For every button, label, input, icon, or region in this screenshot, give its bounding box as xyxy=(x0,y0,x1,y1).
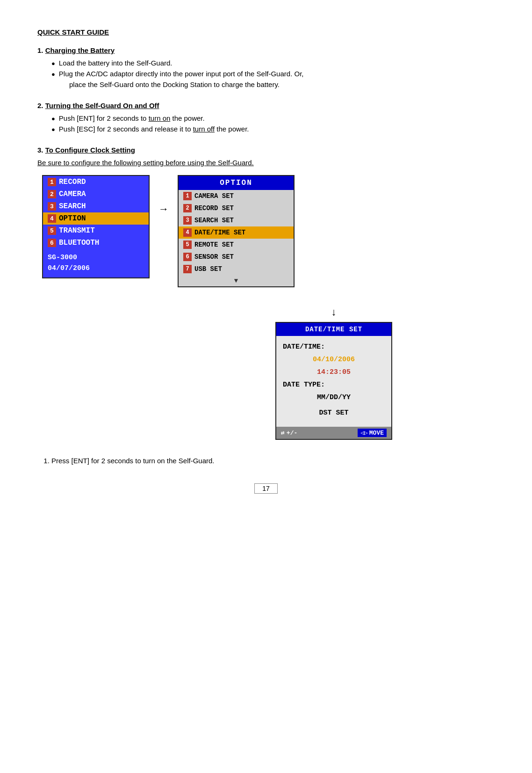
scroll-arrow: ▼ xyxy=(179,275,294,286)
menu-item-bluetooth: 6 BLUETOOTH xyxy=(43,237,149,249)
section-2: 2. Turning the Self-Guard On and Off Pus… xyxy=(37,102,495,133)
bullet-2-2: Push [ESC] for 2 seconds and release it … xyxy=(51,125,495,133)
step-list: Press [ENT] for 2 seconds to turn on the… xyxy=(51,457,495,465)
menu-item-transmit: 5 TRANSMIT xyxy=(43,225,149,237)
datetime-footer: ⇄ +/- ◁▷ MOVE xyxy=(276,427,391,439)
screen-option: OPTION 1 CAMERA SET 2 RECORD SET 3 SEARC… xyxy=(178,175,295,287)
screens-row-1: 1 RECORD 2 CAMERA 3 SEARCH 4 OPTION 5 TR… xyxy=(42,175,495,287)
arrow-mid: → xyxy=(150,175,178,215)
section-1-heading: 1. Charging the Battery xyxy=(37,46,495,54)
opt-usb-set: 7 USB SET xyxy=(179,263,294,275)
screen-main: 1 RECORD 2 CAMERA 3 SEARCH 4 OPTION 5 TR… xyxy=(42,175,150,278)
section-3-heading: 3. To Configure Clock Setting xyxy=(37,146,495,154)
section-2-bullets: Push [ENT] for 2 seconds to turn on the … xyxy=(51,114,495,133)
option-title: OPTION xyxy=(179,176,294,190)
opt-remote-set: 5 REMOTE SET xyxy=(179,239,294,251)
opt-search-set: 3 SEARCH SET xyxy=(179,214,294,226)
screen-datetime: DATE/TIME SET DATE/TIME: 04/10/2006 14:2… xyxy=(275,322,392,440)
page-number: 17 xyxy=(254,483,278,494)
footer-right: ◁▷ MOVE xyxy=(358,429,387,437)
menu-item-record: 1 RECORD xyxy=(43,176,149,188)
bullet-1-1: Load the battery into the Self-Guard. xyxy=(51,59,495,67)
bullet-1-2: Plug the AC/DC adaptor directly into the… xyxy=(51,70,495,78)
datetime-date-label: DATE/TIME: xyxy=(283,341,385,353)
screen-main-bottom: SG-3000 04/07/2006 xyxy=(43,249,149,277)
opt-datetime-set: 4 DATE/TIME SET xyxy=(179,226,294,239)
indent-line-1: place the Self-Guard onto the Docking St… xyxy=(69,80,495,88)
page-number-box: 17 xyxy=(37,483,495,494)
datetime-title: DATE/TIME SET xyxy=(276,323,391,336)
footer-left: ⇄ +/- xyxy=(281,429,297,437)
section-3-subtitle: Be sure to configure the following setti… xyxy=(37,159,495,167)
menu-item-search: 3 SEARCH xyxy=(43,200,149,212)
section-1-bullets: Load the battery into the Self-Guard. Pl… xyxy=(51,59,495,78)
step-1: Press [ENT] for 2 seconds to turn on the… xyxy=(51,457,495,465)
opt-sensor-set: 6 SENSOR SET xyxy=(179,251,294,263)
datetime-type-value: MM/DD/YY xyxy=(283,391,385,404)
datetime-dst: DST SET xyxy=(283,407,385,419)
opt-camera-set: 1 CAMERA SET xyxy=(179,190,294,202)
menu-item-camera: 2 CAMERA xyxy=(43,188,149,200)
screens-row-2: ↓ DATE/TIME SET DATE/TIME: 04/10/2006 14… xyxy=(173,306,495,440)
datetime-date-value: 04/10/2006 xyxy=(283,353,385,366)
quick-start-guide-label: QUICK START GUIDE xyxy=(37,28,495,36)
datetime-time-value: 14:23:05 xyxy=(283,366,385,379)
bullet-2-1: Push [ENT] for 2 seconds to turn on the … xyxy=(51,114,495,122)
opt-record-set: 2 RECORD SET xyxy=(179,202,294,214)
arrow-down: ↓ xyxy=(331,306,337,318)
section-3: 3. To Configure Clock Setting Be sure to… xyxy=(37,146,495,440)
section-1: 1. Charging the Battery Load the battery… xyxy=(37,46,495,88)
datetime-body: DATE/TIME: 04/10/2006 14:23:05 DATE TYPE… xyxy=(276,336,391,427)
section-2-heading: 2. Turning the Self-Guard On and Off xyxy=(37,102,495,109)
datetime-type-label: DATE TYPE: xyxy=(283,379,385,391)
menu-item-option: 4 OPTION xyxy=(43,212,149,225)
